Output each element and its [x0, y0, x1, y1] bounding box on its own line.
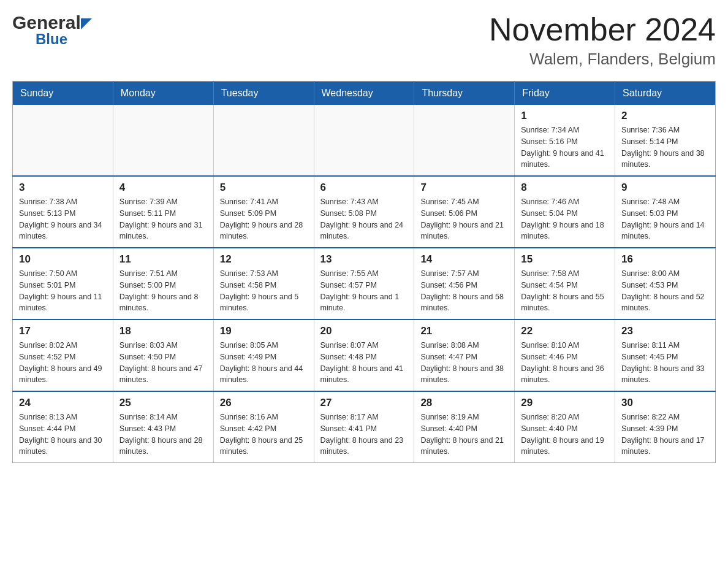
day-info: Sunrise: 8:11 AM Sunset: 4:45 PM Dayligh… [621, 340, 709, 386]
day-info: Sunrise: 8:22 AM Sunset: 4:39 PM Dayligh… [621, 412, 709, 458]
day-number: 18 [119, 325, 207, 337]
title-section: November 2024 Walem, Flanders, Belgium [489, 12, 716, 69]
day-info: Sunrise: 8:05 AM Sunset: 4:49 PM Dayligh… [220, 340, 308, 386]
calendar-day: 27Sunrise: 8:17 AM Sunset: 4:41 PM Dayli… [314, 391, 414, 463]
calendar-day [213, 105, 314, 176]
calendar-day: 16Sunrise: 8:00 AM Sunset: 4:53 PM Dayli… [615, 248, 716, 320]
day-info: Sunrise: 7:57 AM Sunset: 4:56 PM Dayligh… [420, 268, 508, 314]
day-info: Sunrise: 8:14 AM Sunset: 4:43 PM Dayligh… [119, 412, 207, 458]
calendar-day: 5Sunrise: 7:41 AM Sunset: 5:09 PM Daylig… [213, 176, 314, 248]
page-header: General Blue November 2024 Walem, Flande… [12, 12, 716, 69]
day-info: Sunrise: 8:08 AM Sunset: 4:47 PM Dayligh… [420, 340, 508, 386]
calendar-day: 23Sunrise: 8:11 AM Sunset: 4:45 PM Dayli… [615, 320, 716, 391]
calendar-day: 15Sunrise: 7:58 AM Sunset: 4:54 PM Dayli… [515, 248, 615, 320]
calendar-day: 4Sunrise: 7:39 AM Sunset: 5:11 PM Daylig… [113, 176, 213, 248]
day-info: Sunrise: 8:20 AM Sunset: 4:40 PM Dayligh… [521, 412, 609, 458]
location-text: Walem, Flanders, Belgium [489, 50, 716, 69]
day-number: 15 [521, 253, 609, 266]
calendar-day: 26Sunrise: 8:16 AM Sunset: 4:42 PM Dayli… [213, 391, 314, 463]
day-number: 22 [521, 325, 609, 337]
day-number: 6 [320, 182, 408, 194]
logo-blue-text: Blue [36, 31, 67, 47]
day-info: Sunrise: 7:34 AM Sunset: 5:16 PM Dayligh… [521, 124, 609, 170]
day-info: Sunrise: 7:50 AM Sunset: 5:01 PM Dayligh… [19, 268, 107, 314]
weekday-header-monday: Monday [113, 82, 213, 105]
day-info: Sunrise: 8:17 AM Sunset: 4:41 PM Dayligh… [320, 412, 408, 458]
weekday-header-wednesday: Wednesday [314, 82, 414, 105]
day-number: 13 [320, 253, 408, 266]
day-number: 24 [19, 397, 107, 409]
day-number: 29 [521, 397, 609, 409]
day-info: Sunrise: 7:38 AM Sunset: 5:13 PM Dayligh… [19, 196, 107, 242]
calendar-day: 2Sunrise: 7:36 AM Sunset: 5:14 PM Daylig… [615, 105, 716, 176]
calendar-day: 3Sunrise: 7:38 AM Sunset: 5:13 PM Daylig… [13, 176, 113, 248]
calendar-day: 19Sunrise: 8:05 AM Sunset: 4:49 PM Dayli… [213, 320, 314, 391]
calendar-day [13, 105, 113, 176]
calendar-table: SundayMondayTuesdayWednesdayThursdayFrid… [12, 81, 716, 463]
calendar-day: 9Sunrise: 7:48 AM Sunset: 5:03 PM Daylig… [615, 176, 716, 248]
day-info: Sunrise: 8:19 AM Sunset: 4:40 PM Dayligh… [420, 412, 508, 458]
weekday-header-sunday: Sunday [13, 82, 113, 105]
day-number: 1 [521, 110, 609, 122]
calendar-day: 7Sunrise: 7:45 AM Sunset: 5:06 PM Daylig… [414, 176, 515, 248]
day-number: 14 [420, 253, 508, 266]
calendar-week-3: 10Sunrise: 7:50 AM Sunset: 5:01 PM Dayli… [13, 248, 716, 320]
day-number: 26 [220, 397, 308, 409]
calendar-day: 18Sunrise: 8:03 AM Sunset: 4:50 PM Dayli… [113, 320, 213, 391]
calendar-day: 29Sunrise: 8:20 AM Sunset: 4:40 PM Dayli… [515, 391, 615, 463]
day-number: 20 [320, 325, 408, 337]
day-info: Sunrise: 8:13 AM Sunset: 4:44 PM Dayligh… [19, 412, 107, 458]
calendar-day: 30Sunrise: 8:22 AM Sunset: 4:39 PM Dayli… [615, 391, 716, 463]
weekday-header-row: SundayMondayTuesdayWednesdayThursdayFrid… [13, 82, 716, 105]
day-info: Sunrise: 7:48 AM Sunset: 5:03 PM Dayligh… [621, 196, 709, 242]
day-number: 11 [119, 253, 207, 266]
day-info: Sunrise: 8:07 AM Sunset: 4:48 PM Dayligh… [320, 340, 408, 386]
calendar-day: 25Sunrise: 8:14 AM Sunset: 4:43 PM Dayli… [113, 391, 213, 463]
calendar-day: 13Sunrise: 7:55 AM Sunset: 4:57 PM Dayli… [314, 248, 414, 320]
day-info: Sunrise: 8:10 AM Sunset: 4:46 PM Dayligh… [521, 340, 609, 386]
weekday-header-tuesday: Tuesday [213, 82, 314, 105]
calendar-day [113, 105, 213, 176]
day-number: 3 [19, 182, 107, 194]
day-info: Sunrise: 7:46 AM Sunset: 5:04 PM Dayligh… [521, 196, 609, 242]
calendar-week-4: 17Sunrise: 8:02 AM Sunset: 4:52 PM Dayli… [13, 320, 716, 391]
day-info: Sunrise: 7:43 AM Sunset: 5:08 PM Dayligh… [320, 196, 408, 242]
day-number: 23 [621, 325, 709, 337]
weekday-header-friday: Friday [515, 82, 615, 105]
calendar-day: 22Sunrise: 8:10 AM Sunset: 4:46 PM Dayli… [515, 320, 615, 391]
calendar-day: 21Sunrise: 8:08 AM Sunset: 4:47 PM Dayli… [414, 320, 515, 391]
day-info: Sunrise: 7:55 AM Sunset: 4:57 PM Dayligh… [320, 268, 408, 314]
day-number: 16 [621, 253, 709, 266]
day-number: 8 [521, 182, 609, 194]
logo: General Blue [12, 12, 92, 48]
day-info: Sunrise: 8:03 AM Sunset: 4:50 PM Dayligh… [119, 340, 207, 386]
day-number: 4 [119, 182, 207, 194]
weekday-header-saturday: Saturday [615, 82, 716, 105]
day-info: Sunrise: 7:58 AM Sunset: 4:54 PM Dayligh… [521, 268, 609, 314]
calendar-week-1: 1Sunrise: 7:34 AM Sunset: 5:16 PM Daylig… [13, 105, 716, 176]
day-info: Sunrise: 8:00 AM Sunset: 4:53 PM Dayligh… [621, 268, 709, 314]
day-number: 5 [220, 182, 308, 194]
logo-general-text: General [12, 12, 81, 33]
calendar-week-5: 24Sunrise: 8:13 AM Sunset: 4:44 PM Dayli… [13, 391, 716, 463]
calendar-week-2: 3Sunrise: 7:38 AM Sunset: 5:13 PM Daylig… [13, 176, 716, 248]
calendar-day: 12Sunrise: 7:53 AM Sunset: 4:58 PM Dayli… [213, 248, 314, 320]
day-number: 27 [320, 397, 408, 409]
month-title: November 2024 [489, 12, 716, 47]
calendar-day: 14Sunrise: 7:57 AM Sunset: 4:56 PM Dayli… [414, 248, 515, 320]
day-number: 12 [220, 253, 308, 266]
logo-arrow-icon [81, 18, 92, 29]
day-info: Sunrise: 7:39 AM Sunset: 5:11 PM Dayligh… [119, 196, 207, 242]
day-number: 30 [621, 397, 709, 409]
day-number: 19 [220, 325, 308, 337]
day-number: 25 [119, 397, 207, 409]
calendar-day: 17Sunrise: 8:02 AM Sunset: 4:52 PM Dayli… [13, 320, 113, 391]
day-info: Sunrise: 7:53 AM Sunset: 4:58 PM Dayligh… [220, 268, 308, 314]
day-number: 21 [420, 325, 508, 337]
weekday-header-thursday: Thursday [414, 82, 515, 105]
calendar-day: 24Sunrise: 8:13 AM Sunset: 4:44 PM Dayli… [13, 391, 113, 463]
day-number: 9 [621, 182, 709, 194]
day-info: Sunrise: 7:51 AM Sunset: 5:00 PM Dayligh… [119, 268, 207, 314]
day-number: 7 [420, 182, 508, 194]
calendar-day: 1Sunrise: 7:34 AM Sunset: 5:16 PM Daylig… [515, 105, 615, 176]
